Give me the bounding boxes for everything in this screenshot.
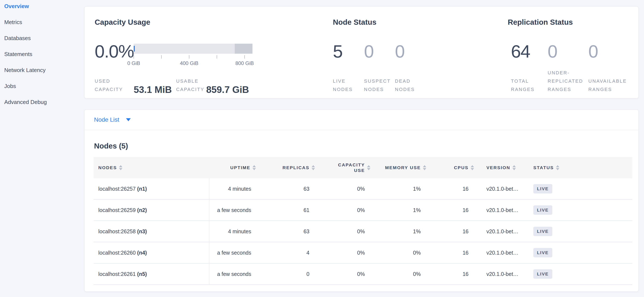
unavailable-ranges-label: UNAVAILABLERANGES	[588, 77, 627, 93]
sort-icon	[423, 165, 426, 170]
capacity-bar-chart	[134, 44, 252, 54]
total-ranges-value: 64	[511, 42, 530, 60]
table-row[interactable]: localhost:26261 (n5) a few seconds 0 0% …	[94, 264, 632, 285]
sidebar-item-statements[interactable]: Statements	[4, 51, 84, 57]
node-address-cell[interactable]: localhost:26258 (n3)	[94, 228, 209, 235]
node-list-dropdown-label: Node List	[94, 116, 119, 123]
memory-use-cell: 1%	[374, 207, 429, 213]
replicas-cell: 0	[256, 271, 316, 277]
capacity-use-cell: 0%	[316, 250, 374, 256]
suspect-nodes-value: 0	[364, 42, 374, 60]
cpus-cell: 16	[429, 250, 474, 256]
capacity-use-cell: 0%	[316, 271, 374, 277]
cpus-cell: 16	[429, 228, 474, 235]
status-cell: LIVE	[533, 184, 632, 193]
sidebar-item-advanced-debug[interactable]: Advanced Debug	[4, 99, 84, 105]
column-header-version[interactable]: VERSION	[474, 165, 533, 170]
column-header-label: MEMORY USE	[385, 165, 421, 170]
suspect-nodes-label: SUSPECTNODES	[364, 77, 391, 93]
node-id: (n5)	[137, 271, 147, 277]
cpus-cell: 16	[429, 207, 474, 213]
axis-tick	[189, 55, 189, 59]
dead-nodes-label: DEADNODES	[395, 77, 415, 93]
axis-tick	[134, 55, 134, 59]
sidebar-item-overview[interactable]: Overview	[4, 3, 84, 9]
sort-icon	[367, 165, 370, 170]
nodes-section-title: Nodes (5)	[94, 142, 128, 150]
status-badge: LIVE	[533, 227, 552, 236]
column-header-label: STATUS	[533, 165, 554, 170]
total-ranges-label: TOTALRANGES	[511, 77, 534, 93]
column-header-uptime[interactable]: UPTIME	[209, 165, 256, 170]
node-id: (n4)	[137, 250, 147, 256]
sort-icon	[119, 165, 122, 170]
version-cell: v20.1.0-bet…	[474, 228, 533, 235]
status-badge: LIVE	[533, 269, 552, 279]
capacity-use-cell: 0%	[316, 207, 374, 213]
column-header-label: CPUS	[454, 165, 468, 170]
node-address-cell[interactable]: localhost:26257 (n1)	[94, 186, 209, 192]
node-id: (n1)	[137, 186, 147, 192]
capacity-usage-title: Capacity Usage	[95, 18, 150, 26]
under-replicated-ranges-value: 0	[548, 42, 557, 60]
uptime-cell: a few seconds	[209, 250, 256, 256]
live-nodes-label: LIVENODES	[333, 77, 353, 93]
axis-tick	[161, 55, 162, 59]
capacity-use-cell: 0%	[316, 228, 374, 235]
sort-icon	[512, 165, 516, 170]
sort-icon	[556, 165, 559, 170]
node-address-cell[interactable]: localhost:26260 (n4)	[94, 250, 209, 256]
status-cell: LIVE	[533, 227, 632, 236]
node-address-cell[interactable]: localhost:26261 (n5)	[94, 271, 209, 277]
sidebar-item-metrics[interactable]: Metrics	[4, 19, 84, 25]
uptime-cell: a few seconds	[209, 207, 256, 213]
node-list-dropdown[interactable]: Node List	[84, 110, 638, 130]
table-row[interactable]: localhost:26257 (n1) 4 minutes 63 0% 1% …	[94, 178, 632, 200]
live-nodes-value: 5	[333, 42, 342, 60]
column-header-label: NODES	[98, 165, 117, 170]
unavailable-ranges-value: 0	[588, 42, 598, 60]
axis-tick	[217, 55, 217, 59]
sort-icon	[471, 165, 474, 170]
column-header-label: UPTIME	[230, 165, 250, 170]
memory-use-cell: 1%	[374, 228, 429, 235]
status-cell: LIVE	[533, 269, 632, 279]
uptime-cell: a few seconds	[209, 271, 256, 277]
replicas-cell: 61	[256, 207, 316, 213]
chevron-down-icon	[126, 118, 131, 121]
axis-label-0: 0 GiB	[119, 60, 149, 66]
status-badge: LIVE	[533, 184, 552, 193]
sidebar-item-databases[interactable]: Databases	[4, 35, 84, 41]
capacity-bar-used-segment	[134, 46, 135, 51]
version-cell: v20.1.0-bet…	[474, 250, 533, 256]
cpus-cell: 16	[429, 186, 474, 192]
status-cell: LIVE	[533, 248, 632, 257]
column-header-memory-use[interactable]: MEMORY USE	[374, 165, 429, 170]
node-address-cell[interactable]: localhost:26259 (n2)	[94, 207, 209, 213]
memory-use-cell: 0%	[374, 250, 429, 256]
status-cell: LIVE	[533, 205, 632, 215]
version-cell: v20.1.0-bet…	[474, 271, 533, 277]
table-row[interactable]: localhost:26260 (n4) a few seconds 4 0% …	[94, 242, 632, 264]
table-row[interactable]: localhost:26258 (n3) 4 minutes 63 0% 1% …	[94, 221, 632, 242]
column-header-label: CAPACITYUSE	[338, 162, 365, 173]
column-header-label: VERSION	[486, 165, 510, 170]
version-cell: v20.1.0-bet…	[474, 207, 533, 213]
uptime-cell: 4 minutes	[209, 186, 256, 192]
sidebar-item-network-latency[interactable]: Network Latency	[4, 67, 84, 73]
column-header-label: REPLICAS	[282, 165, 310, 170]
cpus-cell: 16	[429, 271, 474, 277]
sidebar-item-jobs[interactable]: Jobs	[4, 83, 84, 89]
table-row[interactable]: localhost:26259 (n2) a few seconds 61 0%…	[94, 200, 632, 221]
column-header-status[interactable]: STATUS	[533, 165, 632, 170]
column-header-replicas[interactable]: REPLICAS	[256, 165, 316, 170]
column-header-capacity-use[interactable]: CAPACITYUSE	[316, 162, 374, 173]
node-id: (n3)	[137, 228, 147, 234]
capacity-percent: 0.0%	[95, 42, 134, 60]
capacity-bar-reserved-segment	[235, 44, 252, 54]
memory-use-cell: 0%	[374, 271, 429, 277]
column-header-nodes[interactable]: NODES	[94, 165, 209, 170]
replication-status-title: Replication Status	[508, 18, 573, 26]
column-header-cpus[interactable]: CPUS	[429, 165, 474, 170]
memory-use-cell: 1%	[374, 186, 429, 192]
